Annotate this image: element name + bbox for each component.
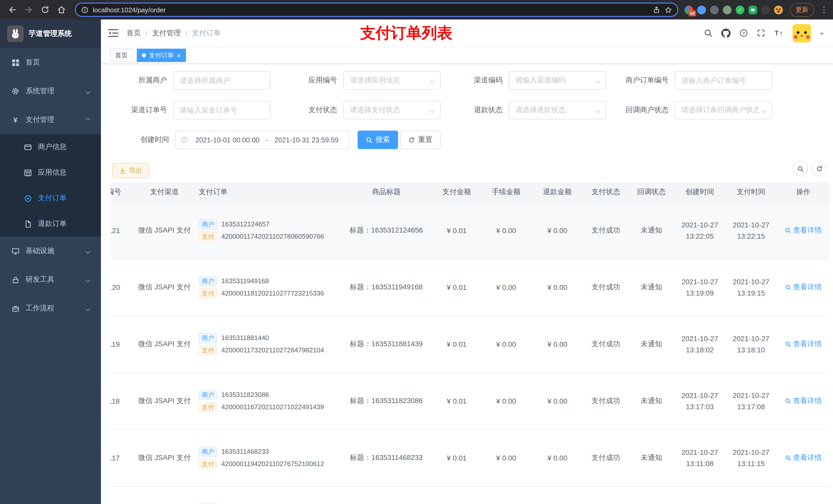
app-grid-icon xyxy=(24,169,32,177)
sidebar-subitem-pay-order[interactable]: 支付订单 xyxy=(0,186,101,211)
refund-status-filter-select[interactable]: 请选择退款状态 xyxy=(509,101,606,119)
pay-status-filter-select[interactable]: 请选择支付状态 xyxy=(343,101,441,119)
merchant-tag: 商户 xyxy=(199,219,217,229)
sidebar-item-infrastructure[interactable]: 基础设施 xyxy=(0,237,101,265)
extension-green-icon[interactable] xyxy=(723,5,732,14)
browser-update-button[interactable]: 更新 xyxy=(790,3,814,17)
sidebar-subitem-refund-order[interactable]: 退款订单 xyxy=(0,211,101,237)
extension-gray-icon[interactable] xyxy=(710,5,719,14)
breadcrumb-payment-mgmt[interactable]: 支付管理 xyxy=(152,28,181,38)
chevron-down-icon xyxy=(85,306,90,311)
font-size-icon[interactable]: TT xyxy=(774,29,784,38)
browser-reload-button[interactable] xyxy=(38,3,52,17)
merchant-order-no-filter-input[interactable] xyxy=(675,71,772,90)
browser-forward-button[interactable] xyxy=(22,3,36,17)
avatar[interactable] xyxy=(792,24,811,42)
bookmark-star-icon[interactable] xyxy=(664,6,672,14)
col-id: 编号 xyxy=(111,182,135,202)
view-detail-link[interactable]: 查看详情 xyxy=(785,225,822,235)
svg-text:?: ? xyxy=(742,31,745,36)
screen: localhost:1024/pay/order 10 ✓ 更新 ⋮ xyxy=(0,0,833,504)
caret-down-icon xyxy=(820,32,824,37)
merchant-filter-label: 所属商户 xyxy=(111,76,167,85)
export-button[interactable]: 导出 xyxy=(112,163,149,178)
table-row: 120 微信 JSAPI 支付 商户1635311949168 支付420000… xyxy=(111,259,830,315)
notify-status-filter-select[interactable]: 请选择订单回调商户状态 xyxy=(675,101,772,119)
site-info-icon[interactable] xyxy=(81,6,89,14)
top-navbar: 首页 / 支付管理 / 支付订单 支付订单列表 ? xyxy=(101,20,833,47)
extension-drop-icon[interactable] xyxy=(697,5,706,14)
sidebar-item-payment-mgmt[interactable]: ¥ 支付管理 xyxy=(0,105,101,134)
create-time-filter-label: 创建时间 xyxy=(113,135,169,144)
sidebar-item-system-mgmt[interactable]: 系统管理 xyxy=(0,77,101,105)
browser-extensions: 10 ✓ 更新 ⋮ xyxy=(685,3,828,17)
app-id-filter-select[interactable]: 请选择应用信息 xyxy=(343,71,441,90)
merchant-order-no-filter-label: 商户订单编号 xyxy=(612,76,669,85)
channel-order-no-filter-input[interactable] xyxy=(173,101,270,119)
search-button[interactable]: 搜索 xyxy=(358,130,398,149)
browser-home-button[interactable] xyxy=(54,3,69,17)
chevron-down-icon xyxy=(595,78,600,83)
extension-colorful-icon[interactable]: 10 xyxy=(685,5,693,14)
tag-close-icon[interactable]: × xyxy=(177,52,181,58)
pay-tag: 支付 xyxy=(199,288,217,298)
sidebar-subitem-merchant-info[interactable]: 商户信息 xyxy=(0,134,101,160)
search-icon[interactable] xyxy=(704,29,713,38)
browser-menu-icon[interactable]: ⋮ xyxy=(820,5,828,14)
header-actions: ? TT xyxy=(704,24,824,42)
sidebar-subitem-app-info[interactable]: 应用信息 xyxy=(0,160,101,186)
share-icon[interactable] xyxy=(653,6,660,14)
yen-icon: ¥ xyxy=(11,116,20,124)
browser-back-button[interactable] xyxy=(5,3,20,17)
merchant-card-icon xyxy=(24,143,32,151)
pay-tag: 支付 xyxy=(199,459,217,469)
view-detail-link[interactable]: 查看详情 xyxy=(785,283,822,292)
date-range-input[interactable]: 2021-10-01 00:00:00 - 2021-10-31 23:59:5… xyxy=(175,130,349,149)
sidebar-item-dev-tools[interactable]: 研发工具 xyxy=(0,265,101,294)
gear-icon xyxy=(11,87,20,95)
fullscreen-icon[interactable] xyxy=(757,29,765,38)
extension-check-icon[interactable]: ✓ xyxy=(736,5,744,14)
clock-icon xyxy=(181,136,188,143)
merchant-filter-input[interactable] xyxy=(173,71,270,90)
col-paid: 支付时间 xyxy=(725,182,777,202)
view-detail-link[interactable]: 查看详情 xyxy=(785,396,822,405)
sidebar-item-home[interactable]: 首页 xyxy=(0,48,101,77)
pay-status-filter-label: 支付状态 xyxy=(281,105,337,115)
extension-puzzle-icon[interactable] xyxy=(761,5,770,14)
url-bar[interactable]: localhost:1024/pay/order xyxy=(75,3,678,17)
help-icon[interactable]: ? xyxy=(739,29,748,38)
active-dot xyxy=(142,53,146,57)
merchant-tag: 商户 xyxy=(199,333,217,343)
view-detail-link[interactable]: 查看详情 xyxy=(785,339,822,349)
svg-text:T: T xyxy=(775,29,779,37)
reset-button[interactable]: 重置 xyxy=(400,130,441,149)
toggle-search-button[interactable] xyxy=(792,161,808,176)
tag-home[interactable]: 首页 xyxy=(110,49,133,62)
github-icon[interactable] xyxy=(721,28,731,38)
extension-badge: 10 xyxy=(688,10,696,16)
view-detail-link[interactable]: 查看详情 xyxy=(785,453,822,462)
status-badge: 支付成功 xyxy=(583,315,628,373)
sidebar-item-workflow[interactable]: 工作流程 xyxy=(0,294,101,323)
chevron-down-icon xyxy=(85,248,90,254)
status-badge: 支付成功 xyxy=(583,202,628,259)
refund-doc-icon xyxy=(24,220,32,228)
breadcrumb-home[interactable]: 首页 xyxy=(126,28,141,38)
svg-text:T: T xyxy=(780,31,783,37)
pay-tag: 支付 xyxy=(199,231,217,241)
monitor-icon xyxy=(11,247,20,255)
refresh-table-button[interactable] xyxy=(811,161,827,176)
url-text[interactable]: localhost:1024/pay/order xyxy=(93,6,648,14)
extension-emoji-icon[interactable] xyxy=(774,5,783,14)
chevron-down-icon xyxy=(430,78,435,83)
channel-code-filter-select[interactable]: 请输入渠道编码 xyxy=(509,71,606,90)
extension-chat-icon[interactable] xyxy=(748,5,757,14)
orders-table: 编号 支付渠道 支付订单 商品标题 支付金额 手续金额 退款金额 支付状态 回调… xyxy=(111,182,830,504)
col-fee: 手续金额 xyxy=(480,182,532,202)
app-id-filter-label: 应用编号 xyxy=(281,76,337,85)
tag-pay-order[interactable]: 支付订单 × xyxy=(137,49,186,62)
logo-image xyxy=(7,26,24,42)
merchant-tag: 商户 xyxy=(199,447,217,457)
sidebar-toggle-button[interactable] xyxy=(108,29,118,38)
